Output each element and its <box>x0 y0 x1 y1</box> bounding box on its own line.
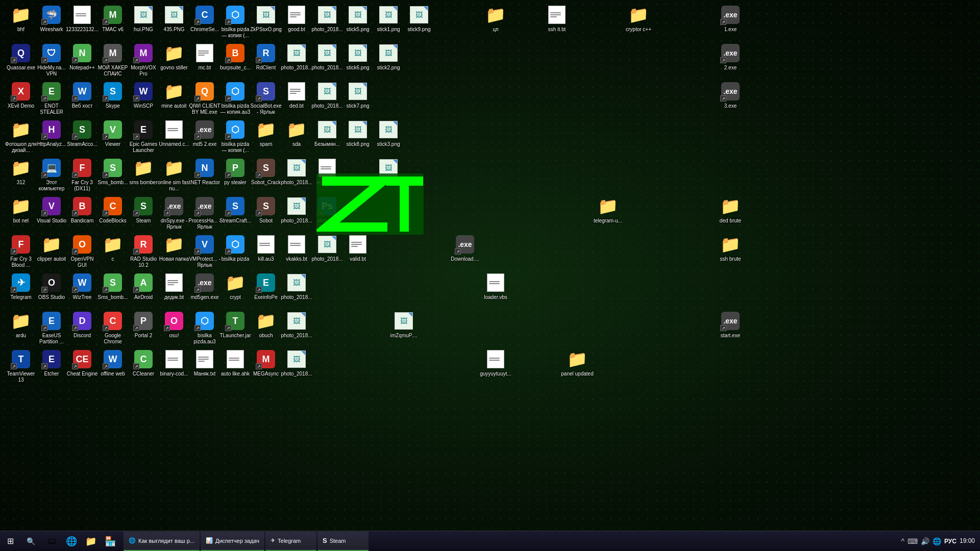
tray-language[interactable]: РУС <box>944 538 957 545</box>
folder-icon: 📁 <box>164 43 184 63</box>
icon-label: Telegram <box>10 294 31 300</box>
desktop-icon-valid-bt[interactable]: valid.bt <box>339 232 376 264</box>
desktop-icon-telegram-u[interactable]: 📁telegram-u... <box>590 194 626 226</box>
exe-icon: .exe↗ <box>164 196 184 216</box>
icon-label: дедик.bt <box>164 294 184 300</box>
desktop-icon-3exe[interactable]: .exe↗3.exe <box>712 79 749 111</box>
desktop-icon-photo9[interactable]: 🖼photo_2018... <box>278 309 315 341</box>
icon-label: md5 2.exe <box>193 141 217 147</box>
folder-icon: 📁 <box>720 196 741 216</box>
desktop-icon-stick3[interactable]: 🖼stick3.png <box>370 117 407 149</box>
tray-clock[interactable]: 19:00 <box>960 537 975 545</box>
shortcut-arrow: ↗ <box>133 325 139 331</box>
desktop-icon-stick2[interactable]: 🖼stick2.png <box>370 41 407 73</box>
taskbar-app-taskmgr[interactable]: 📊 Диспетчер задач <box>201 532 264 551</box>
folder-icon: 📁 <box>256 311 276 331</box>
shortcut-arrow: ↗ <box>133 57 139 63</box>
shortcut-arrow: ↗ <box>225 95 231 102</box>
tray-network[interactable]: 🌐 <box>933 537 941 545</box>
tray-keyboard[interactable]: ⌨ <box>908 537 918 545</box>
file-icon <box>225 349 246 369</box>
desktop-icon-folder-cn[interactable]: 📁цп <box>477 3 514 35</box>
image-icon: 🖼 <box>317 234 337 255</box>
desktop-icon-cryptor-cpp[interactable]: 📁cryptor c++ <box>620 3 657 35</box>
image-icon: 🖼 <box>409 5 429 25</box>
app-icon: P↗ <box>133 311 154 331</box>
icon-label: CodeBlocks <box>99 218 126 224</box>
file-icon <box>164 349 184 369</box>
icon-label: TLauncher.jar <box>219 333 251 339</box>
taskbar-app-steam[interactable]: S Steam <box>317 532 369 551</box>
folder-icon: 📁 <box>286 119 307 140</box>
shortcut-arrow: ↗ <box>225 325 231 331</box>
icon-label: Steam <box>136 218 151 224</box>
app-icon: S↗ <box>256 196 276 216</box>
shortcut-arrow: ↗ <box>133 134 139 140</box>
txt-icon <box>547 5 567 25</box>
desktop-icon-stick9[interactable]: 🖼stick9.png <box>401 3 437 35</box>
taskbar-app-taskmgr-icon: 📊 <box>206 537 213 544</box>
desktop-icon-download[interactable]: .exe↗Download.... <box>447 232 483 264</box>
icon-label: cryptor c++ <box>626 27 651 33</box>
app-icon: E↗ <box>41 311 62 331</box>
desktop-icon-ded-brute[interactable]: 📁ded brute <box>712 194 749 226</box>
image-icon: 🖼 <box>286 311 307 331</box>
icon-label: 435.PNG <box>163 27 184 33</box>
app-icon: A↗ <box>133 272 154 293</box>
shortcut-arrow: ↗ <box>103 19 109 25</box>
desktop-icon-photo8[interactable]: 🖼photo_2018... <box>278 270 315 303</box>
desktop-icon-start-exe[interactable]: .exe↗start.exe <box>712 309 749 341</box>
app-icon: E↗ <box>41 81 62 102</box>
file-icon <box>485 349 506 369</box>
desktop-icon-loader-vbs[interactable]: loader.vbs <box>477 270 514 303</box>
app-icon: S↗ <box>103 81 123 102</box>
desktop-icon-ssh-brute[interactable]: 📁ssh brute <box>712 232 749 264</box>
exe-icon: .exe↗ <box>720 81 741 102</box>
image-icon: 🖼 <box>348 119 368 140</box>
shortcut-arrow: ↗ <box>11 57 17 63</box>
tray-caret[interactable]: ^ <box>901 537 904 545</box>
icon-label: photo_2018... <box>281 180 312 186</box>
icon-label: photo_2018... <box>311 65 342 71</box>
folder-icon: 📁 <box>11 119 31 140</box>
desktop-icon-1exe[interactable]: .exe↗1.exe <box>712 3 749 35</box>
desktop-icon-photo10[interactable]: 🖼photo_2018... <box>278 347 315 379</box>
taskbar-app-browser[interactable]: 🌐 Как выглядит ваш р... <box>124 532 200 551</box>
icon-label: 3.exe <box>724 103 737 109</box>
start-button[interactable]: ⊞ <box>0 531 20 552</box>
search-button[interactable]: 🔍 <box>20 531 41 552</box>
icon-label: obuch <box>259 333 273 339</box>
folder-icon: 📁 <box>41 234 62 255</box>
icon-label: ded.bt <box>289 103 304 109</box>
desktop-icon-imzqmu[interactable]: 🖼imZqmuP.... <box>385 309 422 341</box>
icon-label: photo_2018... <box>281 371 312 377</box>
app-icon: S↗ <box>256 81 276 102</box>
taskbar-folder-btn[interactable]: 📁 <box>82 531 100 552</box>
taskbar-store-btn[interactable]: 🏪 <box>101 531 119 552</box>
icon-label: OpenVPN GUI <box>66 256 99 268</box>
image-icon: 🖼 <box>133 5 154 25</box>
icon-label: HttpAnalyz... <box>37 141 66 147</box>
shortcut-arrow: ↗ <box>72 95 78 102</box>
icon-label: WinSCP <box>134 103 153 109</box>
tray-volume[interactable]: 🔊 <box>921 537 929 545</box>
taskbar-app-telegram[interactable]: ✈ Telegram <box>265 532 316 551</box>
desktop-icon-guyyuy[interactable]: guyyuytuuyt... <box>477 347 514 379</box>
app-icon: O↗ <box>41 272 62 293</box>
image-icon: 🖼 <box>164 5 184 25</box>
shortcut-arrow: ↗ <box>72 134 78 140</box>
icon-label: TMAC v6 <box>102 27 124 33</box>
shortcut-arrow: ↗ <box>256 57 262 63</box>
desktop-icon-stick7[interactable]: 🖼stick7.png <box>339 79 376 111</box>
taskbar-app-browser-icon: 🌐 <box>129 537 136 544</box>
shortcut-arrow: ↗ <box>103 210 109 216</box>
desktop-icon-panel-updated[interactable]: 📁panel updated <box>559 347 596 379</box>
shortcut-arrow: ↗ <box>72 287 78 293</box>
taskbar-edge-btn[interactable]: 🌐 <box>62 531 81 552</box>
taskbar-explorer-btn[interactable]: 🗂 <box>43 531 61 552</box>
desktop-icon-ssh-it[interactable]: ssh it.bt <box>538 3 575 35</box>
icon-label: stick5.png <box>346 27 369 33</box>
desktop-icon-2exe[interactable]: .exe↗2.exe <box>712 41 749 73</box>
shortcut-arrow: ↗ <box>164 210 170 216</box>
icon-label: crypt <box>230 294 241 300</box>
